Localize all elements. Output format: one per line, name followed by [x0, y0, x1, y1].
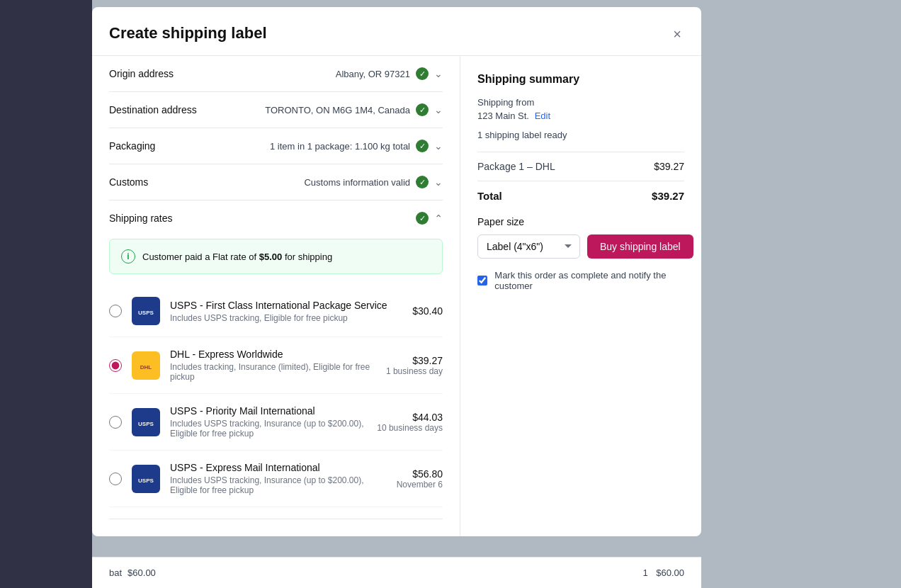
- rate-amount-dhl: $39.27: [386, 355, 443, 366]
- rate-details-usps-first: Includes USPS tracking, Eligible for fre…: [170, 313, 402, 323]
- sidebar: [0, 0, 92, 588]
- destination-chevron-icon: ⌄: [434, 104, 443, 115]
- bottom-price-right: $60.00: [656, 567, 684, 578]
- rate-delivery-usps-priority: 10 business days: [377, 423, 443, 433]
- buy-shipping-label-button[interactable]: Buy shipping label: [587, 234, 693, 259]
- accordion-shipping-rates-header[interactable]: Shipping rates ✓ ⌄: [109, 200, 443, 227]
- customs-check-icon: ✓: [416, 176, 429, 188]
- rate-info-dhl: DHL - Express Worldwide Includes trackin…: [170, 349, 376, 382]
- origin-label: Origin address: [109, 68, 174, 79]
- rate-price-usps-first: $30.40: [412, 305, 443, 317]
- usps-logo-2: USPS: [132, 408, 160, 436]
- summary-total-value: $39.27: [652, 190, 684, 202]
- rate-delivery-usps-express: November 6: [397, 480, 443, 490]
- rate-delivery-dhl: 1 business day: [386, 366, 443, 376]
- customs-value: Customs information valid: [304, 177, 410, 188]
- bottom-bar: bat $60.00 1 $60.00: [92, 557, 701, 588]
- accordion-customs-header[interactable]: Customs Customs information valid ✓ ⌄: [109, 164, 443, 200]
- address-text: 123 Main St.: [477, 111, 529, 121]
- rate-price-dhl: $39.27 1 business day: [386, 355, 443, 376]
- destination-right: TORONTO, ON M6G 1M4, Canada ✓ ⌄: [265, 103, 443, 116]
- left-panel: Origin address Albany, OR 97321 ✓ ⌄ Dest…: [92, 56, 460, 536]
- notify-label: Mark this order as complete and notify t…: [494, 270, 684, 291]
- summary-total-label: Total: [477, 190, 502, 202]
- summary-address: 123 Main St. Edit: [477, 111, 684, 121]
- accordion-packaging-header[interactable]: Packaging 1 item in 1 package: 1.100 kg …: [109, 128, 443, 164]
- rate-name-usps-express: USPS - Express Mail International: [170, 462, 387, 473]
- right-panel: Shipping summary Shipping from 123 Main …: [460, 56, 701, 536]
- rate-radio-usps-express[interactable]: [109, 473, 122, 485]
- destination-label: Destination address: [109, 104, 197, 115]
- usps-icon-3: USPS: [136, 469, 156, 489]
- accordion-destination: Destination address TORONTO, ON M6G 1M4,…: [109, 92, 443, 128]
- summary-from-label: Shipping from: [477, 97, 684, 108]
- packaging-check-icon: ✓: [416, 140, 429, 152]
- packaging-right: 1 item in 1 package: 1.100 kg total ✓ ⌄: [270, 140, 443, 152]
- svg-text:USPS: USPS: [138, 421, 154, 427]
- dhl-icon: DHL: [136, 356, 156, 375]
- shipping-rates-label: Shipping rates: [109, 213, 173, 224]
- accordion-destination-header[interactable]: Destination address TORONTO, ON M6G 1M4,…: [109, 92, 443, 128]
- rate-amount-usps-first: $30.40: [412, 305, 443, 317]
- usps-logo-1: USPS: [132, 297, 160, 325]
- customs-label: Customs: [109, 176, 148, 188]
- paper-size-row: Label (4"x6") Letter (8.5"x11") Buy ship…: [477, 234, 684, 259]
- rate-amount-usps-express: $56.80: [397, 468, 443, 480]
- summary-package-line: Package 1 – DHL $39.27: [477, 161, 684, 172]
- rate-details-usps-priority: Includes USPS tracking, Insurance (up to…: [170, 419, 367, 439]
- bottom-price-left: $60.00: [128, 567, 156, 578]
- rate-price-usps-express: $56.80 November 6: [397, 468, 443, 490]
- usps-icon-1: USPS: [136, 301, 156, 321]
- notify-row: Mark this order as complete and notify t…: [477, 270, 684, 291]
- rate-name-usps-priority: USPS - Priority Mail International: [170, 405, 367, 417]
- origin-check-icon: ✓: [416, 67, 429, 80]
- packaging-label: Packaging: [109, 140, 155, 152]
- notify-checkbox[interactable]: [477, 275, 487, 286]
- summary-title: Shipping summary: [477, 73, 684, 86]
- paper-size-section: Paper size Label (4"x6") Letter (8.5"x11…: [477, 216, 684, 291]
- info-banner: i Customer paid a Flat rate of $5.00 for…: [109, 239, 443, 274]
- accordion-packaging: Packaging 1 item in 1 package: 1.100 kg …: [109, 128, 443, 164]
- packaging-chevron-icon: ⌄: [434, 140, 443, 152]
- paper-size-select[interactable]: Label (4"x6") Letter (8.5"x11"): [477, 234, 580, 259]
- bottom-bar-right: 1 $60.00: [642, 567, 684, 578]
- rate-option-dhl: DHL DHL - Express Worldwide Includes tra…: [109, 337, 443, 394]
- flat-rate-amount: $5.00: [259, 251, 283, 262]
- shipping-rates-right: ✓ ⌄: [416, 212, 443, 225]
- rate-info-usps-first: USPS - First Class International Package…: [170, 300, 402, 323]
- origin-right: Albany, OR 97321 ✓ ⌄: [336, 67, 443, 80]
- dhl-logo: DHL: [132, 351, 160, 380]
- accordion-customs: Customs Customs information valid ✓ ⌄: [109, 164, 443, 200]
- rate-radio-usps-priority[interactable]: [109, 416, 122, 429]
- origin-chevron-icon: ⌄: [434, 68, 443, 79]
- rate-details-dhl: Includes tracking, Insurance (limited), …: [170, 362, 376, 382]
- summary-divider-2: [477, 181, 684, 181]
- summary-total-line: Total $39.27: [477, 190, 684, 202]
- rate-info-usps-priority: USPS - Priority Mail International Inclu…: [170, 405, 367, 439]
- modal-dialog: Create shipping label × Origin address A…: [92, 7, 701, 536]
- info-banner-text: Customer paid a Flat rate of $5.00 for s…: [142, 251, 332, 262]
- accordion-origin-header[interactable]: Origin address Albany, OR 97321 ✓ ⌄: [109, 56, 443, 91]
- accordion-origin: Origin address Albany, OR 97321 ✓ ⌄: [109, 56, 443, 92]
- summary-package-label: Package 1 – DHL: [477, 161, 555, 172]
- customs-chevron-icon: ⌄: [434, 176, 443, 188]
- edit-address-link[interactable]: Edit: [535, 111, 550, 121]
- rate-info-usps-express: USPS - Express Mail International Includ…: [170, 462, 387, 495]
- usps-logo-3: USPS: [132, 465, 160, 493]
- rate-options-list: USPS USPS - First Class International Pa…: [109, 285, 443, 507]
- rate-radio-usps-first[interactable]: [109, 305, 122, 317]
- svg-text:USPS: USPS: [138, 477, 154, 484]
- summary-divider-1: [477, 152, 684, 152]
- rate-radio-dhl[interactable]: [109, 359, 122, 372]
- close-button[interactable]: ×: [670, 24, 684, 44]
- shipping-rates-chevron-icon: ⌄: [434, 213, 443, 224]
- rate-option-usps-express: USPS USPS - Express Mail International I…: [109, 451, 443, 507]
- svg-text:USPS: USPS: [138, 310, 154, 316]
- rate-name-usps-first: USPS - First Class International Package…: [170, 300, 402, 311]
- destination-check-icon: ✓: [416, 103, 429, 116]
- bottom-bar-left: bat $60.00: [109, 567, 156, 578]
- modal-body: Origin address Albany, OR 97321 ✓ ⌄ Dest…: [92, 56, 701, 536]
- rate-option-usps-first: USPS USPS - First Class International Pa…: [109, 285, 443, 337]
- packaging-value: 1 item in 1 package: 1.100 kg total: [270, 141, 410, 152]
- rate-name-dhl: DHL - Express Worldwide: [170, 349, 376, 360]
